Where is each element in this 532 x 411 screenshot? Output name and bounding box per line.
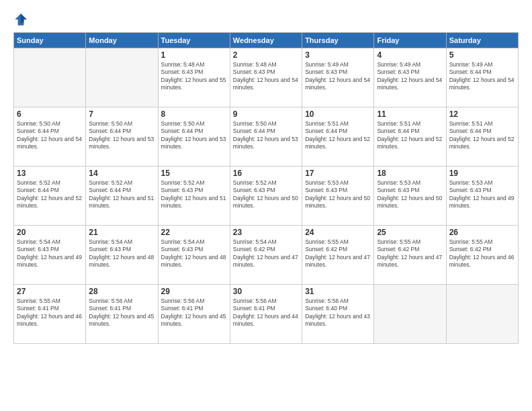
calendar-header-row: SundayMondayTuesdayWednesdayThursdayFrid… [14, 33, 519, 48]
calendar: SundayMondayTuesdayWednesdayThursdayFrid… [13, 32, 519, 344]
day-info: Sunrise: 5:51 AM Sunset: 6:44 PM Dayligh… [449, 120, 515, 151]
header [13, 12, 519, 27]
calendar-cell: 22Sunrise: 5:54 AM Sunset: 6:43 PM Dayli… [158, 226, 230, 285]
calendar-week-3: 20Sunrise: 5:54 AM Sunset: 6:43 PM Dayli… [14, 226, 519, 285]
day-number: 19 [449, 169, 515, 178]
calendar-cell: 1Sunrise: 5:48 AM Sunset: 6:43 PM Daylig… [158, 48, 230, 107]
day-info: Sunrise: 5:56 AM Sunset: 6:40 PM Dayligh… [305, 298, 371, 328]
calendar-week-2: 13Sunrise: 5:52 AM Sunset: 6:44 PM Dayli… [14, 167, 519, 226]
day-info: Sunrise: 5:49 AM Sunset: 6:44 PM Dayligh… [449, 61, 515, 92]
day-info: Sunrise: 5:48 AM Sunset: 6:43 PM Dayligh… [161, 61, 227, 92]
calendar-cell: 25Sunrise: 5:55 AM Sunset: 6:42 PM Dayli… [374, 226, 446, 285]
calendar-cell: 12Sunrise: 5:51 AM Sunset: 6:44 PM Dayli… [446, 107, 518, 167]
day-info: Sunrise: 5:56 AM Sunset: 6:41 PM Dayligh… [89, 298, 154, 328]
day-number: 6 [17, 109, 83, 119]
svg-marker-1 [21, 13, 27, 22]
day-info: Sunrise: 5:51 AM Sunset: 6:44 PM Dayligh… [377, 120, 443, 151]
day-info: Sunrise: 5:53 AM Sunset: 6:43 PM Dayligh… [449, 179, 515, 210]
day-number: 26 [449, 228, 515, 237]
day-number: 1 [161, 50, 227, 60]
calendar-cell: 4Sunrise: 5:49 AM Sunset: 6:43 PM Daylig… [374, 48, 446, 107]
calendar-week-1: 6Sunrise: 5:50 AM Sunset: 6:44 PM Daylig… [14, 107, 519, 167]
calendar-cell: 18Sunrise: 5:53 AM Sunset: 6:43 PM Dayli… [374, 167, 446, 226]
calendar-cell: 31Sunrise: 5:56 AM Sunset: 6:40 PM Dayli… [302, 285, 374, 344]
calendar-header-thursday: Thursday [302, 33, 374, 48]
calendar-cell: 14Sunrise: 5:52 AM Sunset: 6:44 PM Dayli… [86, 167, 158, 226]
calendar-cell: 29Sunrise: 5:56 AM Sunset: 6:41 PM Dayli… [158, 285, 230, 344]
day-number: 16 [233, 169, 299, 178]
day-info: Sunrise: 5:55 AM Sunset: 6:41 PM Dayligh… [17, 298, 83, 328]
day-number: 27 [17, 287, 83, 296]
day-number: 20 [17, 228, 83, 237]
calendar-header-monday: Monday [86, 33, 158, 48]
day-number: 25 [377, 228, 443, 237]
calendar-cell: 30Sunrise: 5:56 AM Sunset: 6:41 PM Dayli… [230, 285, 302, 344]
calendar-cell [14, 48, 86, 107]
day-number: 30 [233, 287, 299, 296]
day-number: 11 [377, 109, 443, 119]
day-number: 9 [233, 109, 299, 119]
calendar-cell: 26Sunrise: 5:55 AM Sunset: 6:42 PM Dayli… [446, 226, 518, 285]
day-info: Sunrise: 5:54 AM Sunset: 6:43 PM Dayligh… [89, 238, 154, 269]
logo-icon [13, 12, 28, 27]
day-info: Sunrise: 5:53 AM Sunset: 6:43 PM Dayligh… [305, 179, 371, 210]
day-number: 18 [377, 169, 443, 178]
day-number: 22 [161, 228, 227, 237]
day-info: Sunrise: 5:51 AM Sunset: 6:44 PM Dayligh… [305, 120, 371, 151]
day-info: Sunrise: 5:50 AM Sunset: 6:44 PM Dayligh… [233, 120, 299, 151]
calendar-cell: 21Sunrise: 5:54 AM Sunset: 6:43 PM Dayli… [86, 226, 158, 285]
calendar-cell: 17Sunrise: 5:53 AM Sunset: 6:43 PM Dayli… [302, 167, 374, 226]
calendar-header-friday: Friday [374, 33, 446, 48]
day-info: Sunrise: 5:55 AM Sunset: 6:42 PM Dayligh… [449, 238, 515, 269]
calendar-header-wednesday: Wednesday [230, 33, 302, 48]
day-number: 29 [161, 287, 227, 296]
day-info: Sunrise: 5:56 AM Sunset: 6:41 PM Dayligh… [233, 298, 299, 328]
day-number: 3 [305, 50, 371, 60]
calendar-cell: 28Sunrise: 5:56 AM Sunset: 6:41 PM Dayli… [86, 285, 158, 344]
calendar-header-saturday: Saturday [446, 33, 518, 48]
calendar-cell: 16Sunrise: 5:52 AM Sunset: 6:43 PM Dayli… [230, 167, 302, 226]
day-info: Sunrise: 5:53 AM Sunset: 6:43 PM Dayligh… [377, 179, 443, 210]
day-info: Sunrise: 5:52 AM Sunset: 6:44 PM Dayligh… [89, 179, 154, 210]
calendar-cell: 23Sunrise: 5:54 AM Sunset: 6:42 PM Dayli… [230, 226, 302, 285]
calendar-cell: 8Sunrise: 5:50 AM Sunset: 6:44 PM Daylig… [158, 107, 230, 167]
calendar-cell: 5Sunrise: 5:49 AM Sunset: 6:44 PM Daylig… [446, 48, 518, 107]
day-number: 12 [449, 109, 515, 119]
day-number: 10 [305, 109, 371, 119]
calendar-cell: 27Sunrise: 5:55 AM Sunset: 6:41 PM Dayli… [14, 285, 86, 344]
calendar-cell: 15Sunrise: 5:52 AM Sunset: 6:43 PM Dayli… [158, 167, 230, 226]
day-number: 4 [377, 50, 443, 60]
day-info: Sunrise: 5:49 AM Sunset: 6:43 PM Dayligh… [377, 61, 443, 92]
day-info: Sunrise: 5:54 AM Sunset: 6:43 PM Dayligh… [161, 238, 227, 269]
day-number: 15 [161, 169, 227, 178]
day-info: Sunrise: 5:55 AM Sunset: 6:42 PM Dayligh… [377, 238, 443, 269]
calendar-week-4: 27Sunrise: 5:55 AM Sunset: 6:41 PM Dayli… [14, 285, 519, 344]
day-number: 2 [233, 50, 299, 60]
calendar-cell: 10Sunrise: 5:51 AM Sunset: 6:44 PM Dayli… [302, 107, 374, 167]
day-number: 17 [305, 169, 371, 178]
day-number: 5 [449, 50, 515, 60]
day-number: 21 [89, 228, 154, 237]
day-number: 28 [89, 287, 154, 296]
day-info: Sunrise: 5:50 AM Sunset: 6:44 PM Dayligh… [89, 120, 154, 151]
day-number: 23 [233, 228, 299, 237]
day-info: Sunrise: 5:52 AM Sunset: 6:43 PM Dayligh… [161, 179, 227, 210]
day-info: Sunrise: 5:54 AM Sunset: 6:42 PM Dayligh… [233, 238, 299, 269]
day-info: Sunrise: 5:54 AM Sunset: 6:43 PM Dayligh… [17, 238, 83, 269]
day-info: Sunrise: 5:50 AM Sunset: 6:44 PM Dayligh… [161, 120, 227, 151]
calendar-header-sunday: Sunday [14, 33, 86, 48]
calendar-cell: 19Sunrise: 5:53 AM Sunset: 6:43 PM Dayli… [446, 167, 518, 226]
day-number: 8 [161, 109, 227, 119]
calendar-cell: 3Sunrise: 5:49 AM Sunset: 6:43 PM Daylig… [302, 48, 374, 107]
calendar-cell: 11Sunrise: 5:51 AM Sunset: 6:44 PM Dayli… [374, 107, 446, 167]
day-info: Sunrise: 5:48 AM Sunset: 6:43 PM Dayligh… [233, 61, 299, 92]
calendar-cell: 24Sunrise: 5:55 AM Sunset: 6:42 PM Dayli… [302, 226, 374, 285]
day-info: Sunrise: 5:49 AM Sunset: 6:43 PM Dayligh… [305, 61, 371, 92]
day-number: 7 [89, 109, 154, 119]
calendar-cell [374, 285, 446, 344]
calendar-week-0: 1Sunrise: 5:48 AM Sunset: 6:43 PM Daylig… [14, 48, 519, 107]
calendar-cell: 20Sunrise: 5:54 AM Sunset: 6:43 PM Dayli… [14, 226, 86, 285]
day-info: Sunrise: 5:50 AM Sunset: 6:44 PM Dayligh… [17, 120, 83, 151]
logo [13, 12, 31, 27]
day-number: 14 [89, 169, 154, 178]
